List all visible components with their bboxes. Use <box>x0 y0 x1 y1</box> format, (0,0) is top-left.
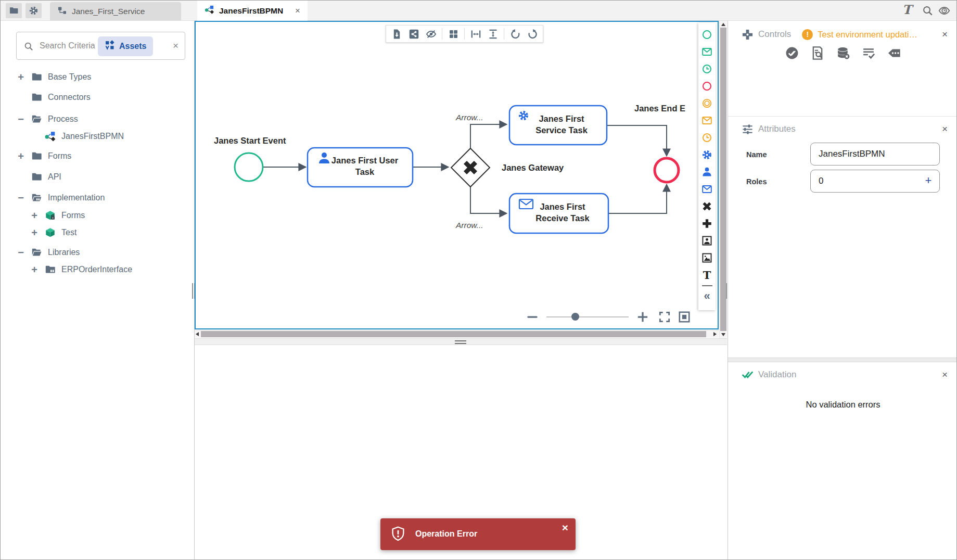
close-icon[interactable]: × <box>942 29 948 40</box>
tree-item-impl-forms[interactable]: + Forms <box>1 208 191 223</box>
zoom-in-icon[interactable] <box>636 310 649 324</box>
gateway-node[interactable] <box>451 148 490 187</box>
start-event-label: Janes Start Event <box>214 136 286 145</box>
horizontal-splitter[interactable] <box>195 338 727 345</box>
scroll-up-arrow[interactable] <box>721 23 725 26</box>
text-annotation-tool-icon[interactable]: T <box>701 266 713 284</box>
assets-chip-label: Assets <box>119 42 146 51</box>
properties-panel: Controls ! Test environment updati… × At… <box>728 21 957 560</box>
collapse-toggle[interactable]: − <box>15 192 27 203</box>
flow-gateway-to-servicetask[interactable] <box>470 124 506 148</box>
expand-toggle[interactable]: + <box>29 227 40 238</box>
preview-eye-icon[interactable] <box>938 5 951 17</box>
bpmn-canvas[interactable]: Arrow... Arrow... Janes Start Event Jane… <box>195 21 719 329</box>
collapse-toggle[interactable]: − <box>15 247 27 258</box>
user-task-tool-icon[interactable] <box>701 163 713 181</box>
timer-start-event-tool-icon[interactable] <box>701 60 713 78</box>
assets-filter-chip[interactable]: Assets <box>98 36 153 56</box>
close-icon[interactable]: × <box>942 369 948 380</box>
tree-item-implementation[interactable]: − Implementation <box>1 190 191 205</box>
expand-toggle[interactable]: + <box>29 210 40 221</box>
undo-icon[interactable] <box>507 27 523 41</box>
end-event-node[interactable] <box>655 158 679 182</box>
search-icon[interactable] <box>922 5 934 17</box>
close-icon[interactable]: × <box>942 123 948 135</box>
collapse-toggle[interactable]: − <box>15 113 27 125</box>
expand-toggle[interactable]: + <box>29 264 40 275</box>
approve-icon[interactable] <box>785 46 799 60</box>
service-task-label-1: Janes First <box>539 114 584 123</box>
fit-width-icon[interactable] <box>468 27 483 41</box>
tab-service[interactable]: Janes_First_Service <box>50 2 181 21</box>
start-event-tool-icon[interactable] <box>701 26 713 43</box>
redo-icon[interactable] <box>525 27 540 41</box>
start-event-node[interactable] <box>235 153 263 181</box>
message-start-event-tool-icon[interactable] <box>701 43 713 60</box>
tree-item-connectors[interactable]: Connectors <box>1 90 191 105</box>
service-task-node[interactable]: Janes First Service Task <box>509 106 607 145</box>
search-box: Assets × <box>16 32 185 60</box>
service-tab-label: Janes_First_Service <box>72 7 145 16</box>
user-task-node[interactable]: Janes First User Task <box>308 148 413 187</box>
hide-details-icon[interactable] <box>423 27 439 41</box>
tab-document[interactable]: JanesFirstBPMN × <box>197 1 308 21</box>
package-locked-icon <box>44 210 57 221</box>
parallel-gateway-tool-icon[interactable] <box>701 215 713 232</box>
zoom-out-icon[interactable] <box>526 310 539 324</box>
splitter-grip-icon[interactable] <box>455 340 466 344</box>
horizontal-scrollbar[interactable] <box>195 330 719 338</box>
name-field[interactable] <box>810 143 940 166</box>
settings-button[interactable] <box>25 3 42 18</box>
flow-gateway-to-receivetask[interactable] <box>470 187 506 213</box>
fit-to-screen-icon[interactable] <box>678 310 691 324</box>
collapse-palette-icon[interactable]: « <box>701 287 713 304</box>
tree-item-process[interactable]: − Process <box>1 112 191 126</box>
scroll-down-arrow[interactable] <box>721 333 725 336</box>
timer-intermediate-event-tool-icon[interactable] <box>701 129 713 146</box>
zoom-slider-knob[interactable] <box>571 313 579 321</box>
document-preview-icon[interactable] <box>810 46 825 60</box>
tree-item-libraries[interactable]: − Libraries <box>1 245 191 260</box>
user-image-annotation-tool-icon[interactable] <box>701 232 713 249</box>
scroll-left-arrow[interactable] <box>196 332 199 336</box>
fullscreen-icon[interactable] <box>658 310 671 324</box>
zoom-slider[interactable] <box>546 316 629 317</box>
flow-receivetask-to-end[interactable] <box>608 185 667 213</box>
typography-tool-icon[interactable]: T <box>902 2 912 17</box>
fit-height-icon[interactable] <box>485 27 501 41</box>
share-icon[interactable] <box>406 27 422 41</box>
exclusive-gateway-tool-icon[interactable] <box>701 198 713 215</box>
receive-task-tool-icon[interactable] <box>701 181 713 198</box>
tree-item-erporderinterface[interactable]: + ERPOrderInterface <box>1 262 191 277</box>
palette-divider <box>702 285 712 286</box>
receive-task-node[interactable]: Janes First Receive Task <box>509 194 608 233</box>
scroll-right-arrow[interactable] <box>713 332 717 336</box>
comment-more-icon[interactable] <box>887 46 901 60</box>
controls-actions <box>728 46 957 60</box>
search-input[interactable] <box>40 33 98 59</box>
grid-layout-icon[interactable] <box>445 27 461 41</box>
export-diagram-icon[interactable] <box>389 27 404 41</box>
flow-servicetask-to-end[interactable] <box>607 125 667 156</box>
tree-item-base-types[interactable]: + Base Types <box>1 70 191 84</box>
intermediate-event-tool-icon[interactable] <box>701 95 713 112</box>
horizontal-scrollbar-thumb[interactable] <box>201 331 706 337</box>
tree-item-impl-test[interactable]: + Test <box>1 225 191 240</box>
service-task-tool-icon[interactable] <box>701 146 713 163</box>
tree-item-janesfirstbpmn[interactable]: JanesFirstBPMN <box>1 129 191 144</box>
expand-toggle[interactable]: + <box>15 71 27 83</box>
roles-field[interactable] <box>810 170 940 193</box>
checklist-icon[interactable] <box>861 46 876 60</box>
message-intermediate-event-tool-icon[interactable] <box>701 112 713 129</box>
image-annotation-tool-icon[interactable] <box>701 249 713 266</box>
close-toast-icon[interactable]: × <box>562 521 568 534</box>
database-clear-icon[interactable] <box>836 46 850 60</box>
tree-item-forms[interactable]: + Forms <box>1 149 191 163</box>
close-tab-icon[interactable]: × <box>295 6 300 16</box>
clear-search-icon[interactable]: × <box>173 40 178 52</box>
project-explorer-button[interactable] <box>6 3 22 18</box>
tree-item-api[interactable]: API <box>1 170 191 184</box>
add-role-button[interactable]: + <box>922 174 935 187</box>
expand-toggle[interactable]: + <box>15 150 27 162</box>
end-event-tool-icon[interactable] <box>701 78 713 95</box>
